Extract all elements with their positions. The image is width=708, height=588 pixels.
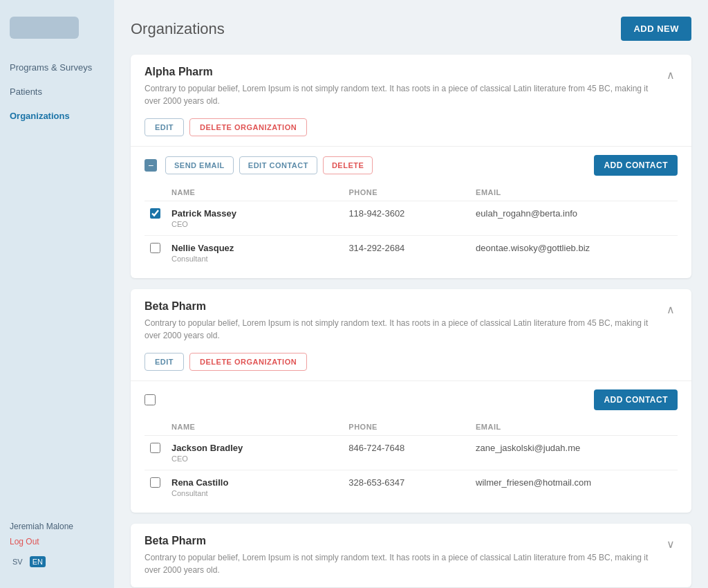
edit-org-button-alpha-pharm[interactable]: EDIT bbox=[145, 118, 184, 136]
contact-name-cell-3: Jackson BradleyCEO bbox=[166, 436, 343, 470]
contact-checkbox-4[interactable] bbox=[150, 477, 160, 488]
table-row: Rena CastilloConsultant328-653-6347wilme… bbox=[145, 470, 678, 505]
send-email-button-alpha-pharm[interactable]: SEND EMAIL bbox=[165, 156, 234, 174]
org-header-alpha-pharm: Alpha PharmContrary to popular belief, L… bbox=[131, 55, 691, 118]
main-content: Organizations ADD NEW Alpha PharmContrar… bbox=[114, 0, 708, 588]
org-name-beta-pharm-2: Beta Pharm bbox=[145, 535, 664, 547]
contact-checkbox-2[interactable] bbox=[150, 243, 160, 253]
table-row: Nellie VasquezConsultant314-292-2684deon… bbox=[145, 236, 678, 270]
org-card-alpha-pharm: Alpha PharmContrary to popular belief, L… bbox=[131, 55, 691, 278]
org-card-beta-pharm-2: Beta PharmContrary to popular belief, Lo… bbox=[131, 524, 691, 587]
contacts-table-alpha-pharm: NAMEPHONEEMAILPatrick MasseyCEO118-942-3… bbox=[145, 184, 678, 270]
sidebar-item-organizations[interactable]: Organizations bbox=[0, 104, 114, 128]
contacts-toolbar-alpha-pharm: −SEND EMAILEDIT CONTACTDELETEADD CONTACT bbox=[145, 155, 678, 176]
select-all-checkbox-beta-pharm[interactable] bbox=[145, 394, 156, 405]
page-title: Organizations bbox=[131, 20, 225, 38]
delete-org-button-alpha-pharm[interactable]: DELETE ORGANIZATION bbox=[189, 118, 307, 136]
logout-button[interactable]: Log Out bbox=[10, 537, 104, 546]
col-header-email-alpha-pharm: EMAIL bbox=[470, 184, 678, 201]
contact-name-cell-2: Nellie VasquezConsultant bbox=[166, 236, 343, 270]
contacts-section-beta-pharm: ADD CONTACTNAMEPHONEEMAILJackson Bradley… bbox=[131, 380, 691, 513]
contacts-toolbar-beta-pharm: ADD CONTACT bbox=[145, 389, 678, 410]
sidebar-logo-area bbox=[0, 11, 114, 55]
sidebar-item-patients[interactable]: Patients bbox=[0, 80, 114, 104]
organizations-list: Alpha PharmContrary to popular belief, L… bbox=[131, 55, 691, 587]
contact-role-1: CEO bbox=[171, 220, 337, 228]
contact-role-4: Consultant bbox=[171, 489, 337, 497]
contact-role-2: Consultant bbox=[171, 255, 337, 263]
delete-contact-button-alpha-pharm[interactable]: DELETE bbox=[323, 156, 373, 174]
lang-en[interactable]: EN bbox=[30, 556, 46, 567]
org-collapse-btn-beta-pharm-2[interactable]: ∨ bbox=[664, 535, 678, 553]
org-collapse-btn-alpha-pharm[interactable]: ∧ bbox=[664, 66, 678, 84]
org-actions-beta-pharm: EDITDELETE ORGANIZATION bbox=[131, 353, 691, 380]
sidebar: Programs & Surveys Patients Organization… bbox=[0, 0, 114, 588]
edit-org-button-beta-pharm[interactable]: EDIT bbox=[145, 353, 184, 371]
sidebar-footer: Jeremiah Malone Log Out SV EN bbox=[0, 512, 114, 577]
contact-phone-2: 314-292-2684 bbox=[343, 236, 470, 270]
contact-email-1: eulah_rogahn@berta.info bbox=[470, 201, 678, 236]
sidebar-nav: Programs & Surveys Patients Organization… bbox=[0, 55, 114, 512]
sidebar-logo bbox=[10, 17, 79, 39]
sidebar-username: Jeremiah Malone bbox=[10, 522, 104, 531]
contact-email-3: zane_jaskolski@judah.me bbox=[470, 436, 678, 470]
org-name-alpha-pharm: Alpha Pharm bbox=[145, 66, 664, 78]
org-header-beta-pharm: Beta PharmContrary to popular belief, Lo… bbox=[131, 289, 691, 353]
org-header-beta-pharm-2: Beta PharmContrary to popular belief, Lo… bbox=[131, 524, 691, 587]
add-contact-button-beta-pharm[interactable]: ADD CONTACT bbox=[594, 389, 678, 410]
contact-email-4: wilmer_friesen@hotmail.com bbox=[470, 470, 678, 505]
contact-checkbox-1[interactable] bbox=[150, 208, 160, 219]
col-header-phone-alpha-pharm: PHONE bbox=[343, 184, 470, 201]
page-header: Organizations ADD NEW bbox=[131, 17, 691, 41]
lang-switcher: SV EN bbox=[10, 556, 104, 567]
org-desc-beta-pharm-2: Contrary to popular belief, Lorem Ipsum … bbox=[145, 551, 664, 576]
contact-email-2: deontae.wisoky@gottlieb.biz bbox=[470, 236, 678, 270]
edit-contact-button-alpha-pharm[interactable]: EDIT CONTACT bbox=[239, 156, 317, 174]
table-row: Jackson BradleyCEO846-724-7648zane_jasko… bbox=[145, 436, 678, 470]
org-info-beta-pharm: Beta PharmContrary to popular belief, Lo… bbox=[145, 300, 664, 342]
lang-sv[interactable]: SV bbox=[10, 556, 26, 567]
col-header-email-beta-pharm: EMAIL bbox=[470, 419, 678, 436]
contact-phone-4: 328-653-6347 bbox=[343, 470, 470, 505]
contact-phone-1: 118-942-3602 bbox=[343, 201, 470, 236]
contact-checkbox-3[interactable] bbox=[150, 443, 160, 453]
org-actions-alpha-pharm: EDITDELETE ORGANIZATION bbox=[131, 118, 691, 146]
contacts-table-beta-pharm: NAMEPHONEEMAILJackson BradleyCEO846-724-… bbox=[145, 419, 678, 504]
contact-name-cell-1: Patrick MasseyCEO bbox=[166, 201, 343, 236]
col-header-name-beta-pharm: NAME bbox=[166, 419, 343, 436]
org-info-beta-pharm-2: Beta PharmContrary to popular belief, Lo… bbox=[145, 535, 664, 576]
contact-name-4: Rena Castillo bbox=[171, 477, 337, 488]
org-name-beta-pharm: Beta Pharm bbox=[145, 300, 664, 313]
add-new-button[interactable]: ADD NEW bbox=[621, 17, 691, 41]
contact-name-2: Nellie Vasquez bbox=[171, 243, 337, 253]
contacts-section-alpha-pharm: −SEND EMAILEDIT CONTACTDELETEADD CONTACT… bbox=[131, 146, 691, 278]
select-all-minus-icon-alpha-pharm[interactable]: − bbox=[145, 159, 157, 172]
org-desc-beta-pharm: Contrary to popular belief, Lorem Ipsum … bbox=[145, 317, 664, 342]
org-desc-alpha-pharm: Contrary to popular belief, Lorem Ipsum … bbox=[145, 82, 664, 107]
contact-phone-3: 846-724-7648 bbox=[343, 436, 470, 470]
org-card-beta-pharm: Beta PharmContrary to popular belief, Lo… bbox=[131, 289, 691, 513]
delete-org-button-beta-pharm[interactable]: DELETE ORGANIZATION bbox=[189, 353, 307, 371]
org-info-alpha-pharm: Alpha PharmContrary to popular belief, L… bbox=[145, 66, 664, 107]
sidebar-item-programs[interactable]: Programs & Surveys bbox=[0, 55, 114, 80]
contact-name-3: Jackson Bradley bbox=[171, 443, 337, 453]
add-contact-button-alpha-pharm[interactable]: ADD CONTACT bbox=[594, 155, 678, 176]
col-header-name-alpha-pharm: NAME bbox=[166, 184, 343, 201]
col-header-phone-beta-pharm: PHONE bbox=[343, 419, 470, 436]
contact-role-3: CEO bbox=[171, 454, 337, 463]
org-collapse-btn-beta-pharm[interactable]: ∧ bbox=[664, 300, 678, 319]
contact-name-1: Patrick Massey bbox=[171, 208, 337, 219]
table-row: Patrick MasseyCEO118-942-3602eulah_rogah… bbox=[145, 201, 678, 236]
contact-name-cell-4: Rena CastilloConsultant bbox=[166, 470, 343, 505]
